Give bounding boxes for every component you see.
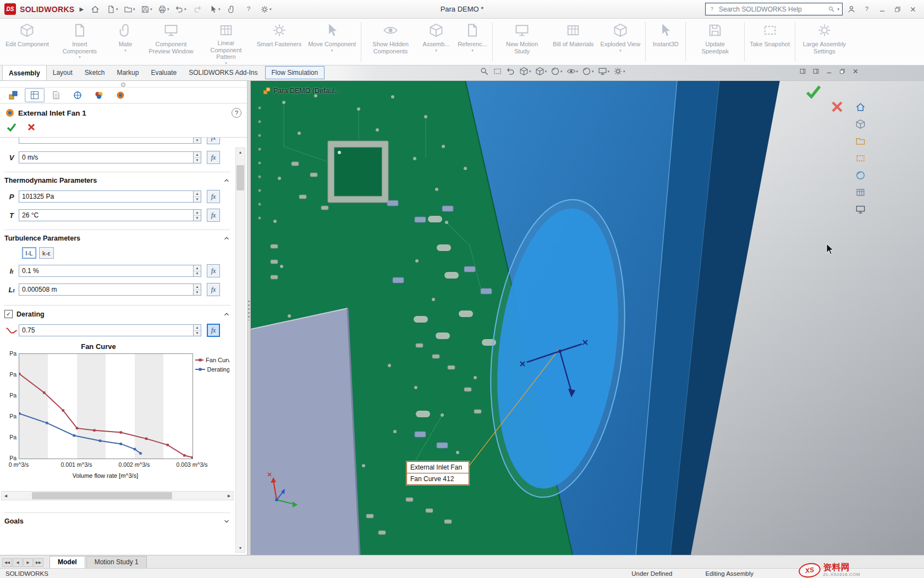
expand-chevron-icon[interactable]: [223, 517, 230, 525]
ribbon-button-component-preview-window[interactable]: Component Preview Window: [144, 19, 199, 65]
tile-window-icon[interactable]: [799, 68, 806, 75]
apply-scene-icon[interactable]: ▾: [598, 67, 610, 76]
ribbon-button-move-component[interactable]: Move Component▾: [305, 19, 359, 65]
forum-icon[interactable]: [854, 203, 867, 216]
derating-section-header[interactable]: ✓ Derating: [4, 305, 230, 318]
derating-spinner[interactable]: ▲▼: [193, 325, 201, 336]
file-explorer-icon[interactable]: [854, 134, 867, 148]
toggle-k-epsilon[interactable]: k-ε: [39, 247, 54, 259]
open-button[interactable]: ▾: [123, 3, 136, 16]
temperature-fx-button[interactable]: fx: [207, 209, 220, 222]
tab-displaymanager[interactable]: [89, 88, 109, 102]
tab-flow-simulation[interactable]: Flow Simulation: [265, 66, 325, 79]
graphics-viewport[interactable]: Para DEMO (Defaul... External Inlet Fan …: [251, 80, 924, 555]
tab-assembly[interactable]: Assembly: [2, 65, 47, 80]
temperature-spinner[interactable]: ▲▼: [193, 210, 201, 221]
section-view-icon[interactable]: ▾: [519, 67, 531, 76]
clipped-param-spinner[interactable]: ▲▼: [193, 138, 201, 143]
panel-collapse-handle[interactable]: [0, 80, 247, 88]
help-button[interactable]: [860, 3, 873, 16]
design-library-icon[interactable]: [854, 117, 867, 130]
ribbon-button-new-motion-study[interactable]: New Motion Study: [494, 19, 549, 65]
turbulence-length-input[interactable]: [19, 284, 193, 295]
velocity-fx-button[interactable]: fx: [207, 151, 220, 164]
ribbon-button-instant3d[interactable]: Instant3D: [647, 19, 684, 65]
tab-dimxpertmanager[interactable]: [68, 88, 87, 102]
temperature-input[interactable]: [19, 210, 193, 221]
tab-layout[interactable]: Layout: [47, 65, 79, 80]
last-study-button[interactable]: ▶▶: [34, 558, 43, 567]
ribbon-button-edit-component[interactable]: Edit Component: [2, 19, 52, 65]
help-search-box[interactable]: ▾: [705, 3, 843, 15]
turbulence-intensity-fx-button[interactable]: fx: [207, 264, 220, 277]
collapse-chevron-icon[interactable]: [223, 235, 230, 242]
turbulence-intensity-spinner[interactable]: ▲▼: [193, 265, 201, 276]
login-button[interactable]: [845, 3, 858, 16]
ribbon-button-large-assembly-settings[interactable]: Large Assembly Settings: [797, 19, 852, 65]
ribbon-button-exploded-view[interactable]: Exploded View▾: [597, 19, 644, 65]
turbulence-length-fx-button[interactable]: fx: [207, 283, 220, 296]
tab-model[interactable]: Model: [50, 556, 85, 568]
ribbon-button-show-hidden-components[interactable]: Show Hidden Components: [363, 19, 418, 65]
viewport-close-icon[interactable]: [852, 68, 859, 75]
view-palette-icon[interactable]: [854, 151, 867, 165]
turbulence-intensity-input[interactable]: [19, 265, 193, 276]
edit-appearance-icon[interactable]: ▾: [582, 67, 594, 76]
turbulence-section-header[interactable]: Turbulence Parameters: [4, 230, 230, 242]
tab-featuremanager[interactable]: [3, 88, 23, 102]
previous-view-icon[interactable]: [506, 67, 515, 76]
pressure-input[interactable]: [19, 191, 193, 202]
custom-properties-icon[interactable]: [854, 186, 867, 199]
ribbon-button-mate[interactable]: Mate▾: [107, 19, 144, 65]
next-study-button[interactable]: ▶: [23, 558, 33, 567]
cancel-button[interactable]: [28, 123, 35, 131]
viewport-cancel-icon[interactable]: [831, 100, 844, 113]
view-orientation-icon[interactable]: ▾: [535, 67, 547, 76]
ribbon-button-update-speedpak[interactable]: Update Speedpak: [688, 19, 743, 65]
pressure-spinner[interactable]: ▲▼: [193, 191, 201, 202]
options-button[interactable]: ▾: [259, 3, 272, 16]
clipped-param-fx-button[interactable]: fx: [207, 138, 220, 144]
ok-button[interactable]: [7, 122, 16, 132]
velocity-spinner[interactable]: ▲▼: [193, 152, 201, 163]
tab-sketch[interactable]: Sketch: [79, 65, 111, 80]
thermodynamic-section-header[interactable]: Thermodynamic Parameters: [4, 172, 230, 184]
pcb-chip[interactable]: [328, 141, 388, 203]
resources-home-icon[interactable]: [854, 100, 867, 113]
redo-button[interactable]: [191, 3, 204, 16]
new-document-button[interactable]: ▾: [106, 3, 119, 16]
clipped-param-input[interactable]: [19, 138, 193, 143]
collapse-chevron-icon[interactable]: [223, 310, 230, 318]
select-button[interactable]: ▾: [208, 3, 221, 16]
scroll-down-icon[interactable]: ▼: [236, 544, 245, 552]
mounting-plate[interactable]: [251, 308, 360, 555]
display-style-icon[interactable]: ▾: [551, 67, 563, 76]
panel-horizontal-scrollbar[interactable]: ◀ ▶: [1, 491, 234, 500]
panel-vertical-scrollbar[interactable]: ▲ ▼: [235, 148, 245, 553]
ribbon-button-referenc[interactable]: Referenc...▾: [454, 19, 491, 65]
scroll-up-icon[interactable]: ▲: [236, 148, 245, 156]
help-search-input[interactable]: [718, 5, 826, 14]
minimize-button[interactable]: [876, 3, 889, 16]
vertical-scroll-thumb[interactable]: [237, 165, 244, 190]
tab-configurationmanager[interactable]: [46, 88, 66, 102]
ribbon-button-linear-component-pattern[interactable]: Linear Component Pattern▾: [199, 19, 254, 65]
ribbon-button-insert-components[interactable]: Insert Components▾: [52, 19, 107, 65]
pressure-fx-button[interactable]: fx: [207, 190, 220, 203]
hide-show-items-icon[interactable]: ▾: [566, 67, 579, 76]
tab-solidworks-add-ins[interactable]: SOLIDWORKS Add-Ins: [183, 65, 263, 80]
viewport-ok-icon[interactable]: [805, 84, 822, 100]
ribbon-button-take-snapshot[interactable]: Take Snapshot: [746, 19, 793, 65]
undo-button[interactable]: ▾: [174, 3, 187, 16]
toolbar-expand-icon[interactable]: ▶: [79, 6, 84, 12]
turbulence-length-spinner[interactable]: ▲▼: [193, 284, 201, 295]
tab-propertymanager[interactable]: [25, 88, 45, 102]
tab-motion-study-1[interactable]: Motion Study 1: [86, 556, 147, 568]
home-button[interactable]: [89, 3, 102, 16]
first-study-button[interactable]: ◀◀: [2, 558, 12, 567]
previous-study-button[interactable]: ◀: [13, 558, 23, 567]
appearances-icon[interactable]: [854, 168, 867, 182]
toggle-intensity-length[interactable]: I-L: [22, 247, 36, 259]
rebuild-button[interactable]: [225, 3, 238, 16]
zoom-to-fit-icon[interactable]: [480, 67, 489, 76]
